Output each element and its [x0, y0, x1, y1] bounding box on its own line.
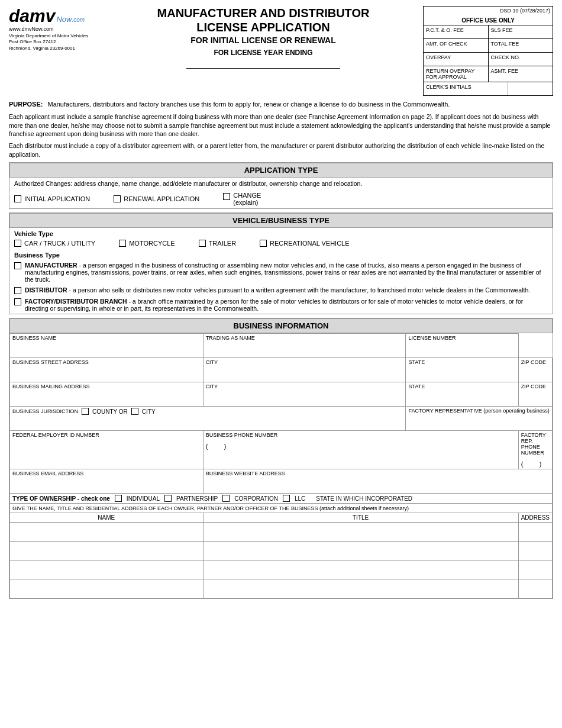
dmv-url: www.dmvNow.com	[9, 26, 104, 32]
factory-rep-label: FACTORY REPRESENTATIVE (person operating…	[408, 408, 550, 414]
clerks-initials-value	[508, 82, 553, 95]
zip-code2-label: ZIP CODE	[521, 384, 550, 389]
business-type-label: Business Type	[9, 250, 553, 260]
business-mailing-address-value[interactable]	[12, 394, 201, 405]
business-address-row: BUSINESS STREET ADDRESS CITY STATE ZIP C…	[10, 358, 553, 382]
officer-3-name[interactable]	[10, 561, 204, 579]
city2-value[interactable]	[206, 394, 403, 405]
vehicle-options-row: CAR / TRUCK / UTILITY MOTORCYCLE TRAILER…	[9, 239, 553, 250]
asmt-fee-label: ASMT. FEE	[489, 66, 553, 82]
officer-1-title[interactable]	[203, 523, 518, 542]
initial-application-checkbox[interactable]	[14, 195, 21, 202]
business-phone-value[interactable]: ( )	[206, 443, 516, 450]
business-website-value[interactable]	[206, 481, 550, 492]
license-number-cell: LICENSE NUMBER	[406, 334, 518, 358]
officer-2-title[interactable]	[203, 542, 518, 561]
llc-checkbox[interactable]	[283, 495, 290, 502]
factory-distributor-branch-label: FACTORY/DISTRIBUTOR BRANCH	[25, 298, 127, 305]
main-title: MANUFACTURER AND DISTRIBUTOR LICENSE APP…	[109, 6, 417, 34]
officer-3-title[interactable]	[203, 561, 518, 579]
renewal-application-option[interactable]: RENEWAL APPLICATION	[114, 195, 199, 202]
office-use-row-5: CLERK'S INITIALS	[424, 82, 553, 95]
state-incorporated-label: STATE IN WHICH INCORPORATED	[316, 495, 412, 502]
license-year-field	[186, 62, 340, 69]
car-truck-utility-option[interactable]: CAR / TRUCK / UTILITY	[14, 240, 95, 247]
return-overpay-label: RETURN OVERPAY FOR APPROVAL	[424, 66, 489, 82]
city-check-label: CITY	[142, 408, 156, 415]
distributor-checkbox[interactable]	[14, 287, 21, 294]
car-truck-utility-checkbox[interactable]	[14, 240, 21, 247]
clerks-initials-label: CLERK'S INITIALS	[424, 82, 508, 95]
officer-2-address[interactable]	[518, 542, 552, 561]
change-checkbox[interactable]	[223, 193, 230, 200]
state2-label: STATE	[408, 384, 515, 389]
business-mailing-address-label: BUSINESS MAILING ADDRESS	[12, 384, 201, 389]
distributor-description: DISTRIBUTOR - a person who sells or dist…	[25, 286, 530, 294]
business-mailing-row: BUSINESS MAILING ADDRESS CITY STATE ZIP …	[10, 382, 553, 407]
factory-distributor-branch-checkbox[interactable]	[14, 298, 21, 305]
officer-2-name[interactable]	[10, 542, 204, 561]
individual-label: INDIVIDUAL	[127, 495, 160, 502]
business-email-value[interactable]	[12, 481, 201, 492]
pct-fee-label: P.C.T. & O. FEE	[424, 25, 489, 38]
officer-3-address[interactable]	[518, 561, 552, 579]
business-street-address-value[interactable]	[12, 370, 201, 381]
business-website-label: BUSINESS WEBSITE ADDRESS	[206, 471, 550, 476]
office-use-header: OFFICE USE ONLY	[424, 16, 553, 25]
paragraph-2: Each distributor must include a copy of …	[9, 141, 553, 159]
license-number-value[interactable]	[408, 346, 515, 356]
sls-fee-label: SLS FEE	[489, 25, 553, 38]
city2-cell: CITY	[203, 382, 406, 407]
ownership-row: TYPE OF OWNERSHIP - check one INDIVIDUAL…	[10, 494, 553, 504]
recreational-vehicle-checkbox[interactable]	[260, 240, 267, 247]
zip-code-value[interactable]	[521, 370, 550, 381]
zip-code2-value[interactable]	[521, 394, 550, 405]
recreational-vehicle-option[interactable]: RECREATIONAL VEHICLE	[260, 240, 349, 247]
trading-as-name-value[interactable]	[206, 346, 403, 356]
dmv-logo-text: damv	[9, 6, 55, 26]
office-use-row-1: P.C.T. & O. FEE SLS FEE	[424, 25, 553, 39]
officer-4-title[interactable]	[203, 579, 518, 598]
factory-phone-value[interactable]: ( )	[521, 460, 550, 468]
jurisdiction-value[interactable]	[12, 415, 403, 422]
overpay-label: OVERPAY	[424, 53, 489, 66]
county-checkbox[interactable]	[82, 408, 89, 415]
individual-checkbox[interactable]	[115, 495, 122, 502]
change-label: CHANGE (explain)	[233, 192, 261, 206]
form-number: DSD 10 (07/28/2017)	[424, 7, 553, 15]
motorcycle-option[interactable]: MOTORCYCLE	[119, 240, 175, 247]
officer-data-row-1	[10, 523, 553, 542]
officer-1-name[interactable]	[10, 523, 204, 542]
state2-cell: STATE	[406, 382, 518, 407]
federal-id-value[interactable]	[12, 443, 201, 453]
officer-1-address[interactable]	[518, 523, 552, 542]
trailer-option[interactable]: TRAILER	[199, 240, 236, 247]
initial-application-option[interactable]: INITIAL APPLICATION	[14, 195, 90, 202]
motorcycle-checkbox[interactable]	[119, 240, 126, 247]
business-website-cell: BUSINESS WEBSITE ADDRESS	[203, 469, 552, 494]
zip-code-cell: ZIP CODE	[518, 358, 552, 382]
state-value[interactable]	[408, 370, 515, 381]
partnership-checkbox[interactable]	[164, 495, 172, 502]
officer-4-address[interactable]	[518, 579, 552, 598]
name-col-header: NAME	[10, 513, 204, 523]
change-option[interactable]: CHANGE (explain)	[223, 192, 261, 206]
manufacturer-checkbox[interactable]	[14, 262, 21, 269]
state2-value[interactable]	[408, 394, 515, 405]
office-use-box: DSD 10 (07/28/2017) OFFICE USE ONLY P.C.…	[423, 6, 553, 96]
renewal-application-checkbox[interactable]	[114, 195, 121, 202]
dmv-agency: Virginia Department of Motor Vehicles Po…	[9, 33, 104, 51]
total-fee-label: TOTAL FEE	[489, 39, 553, 52]
officer-4-name[interactable]	[10, 579, 204, 598]
business-name-value[interactable]	[12, 346, 201, 356]
factory-phone-label: FACTORY REP. PHONE NUMBER	[521, 432, 550, 456]
dmv-now-text: Now.com	[56, 15, 85, 24]
city-checkbox[interactable]	[131, 408, 138, 415]
corporation-checkbox[interactable]	[222, 495, 230, 502]
factory-rep-value[interactable]	[408, 418, 550, 429]
manufacturer-label: MANUFACTURER	[25, 262, 77, 269]
city-value[interactable]	[206, 370, 403, 381]
trailer-checkbox[interactable]	[199, 240, 206, 247]
state-label: STATE	[408, 359, 515, 365]
city2-label: CITY	[206, 384, 403, 389]
